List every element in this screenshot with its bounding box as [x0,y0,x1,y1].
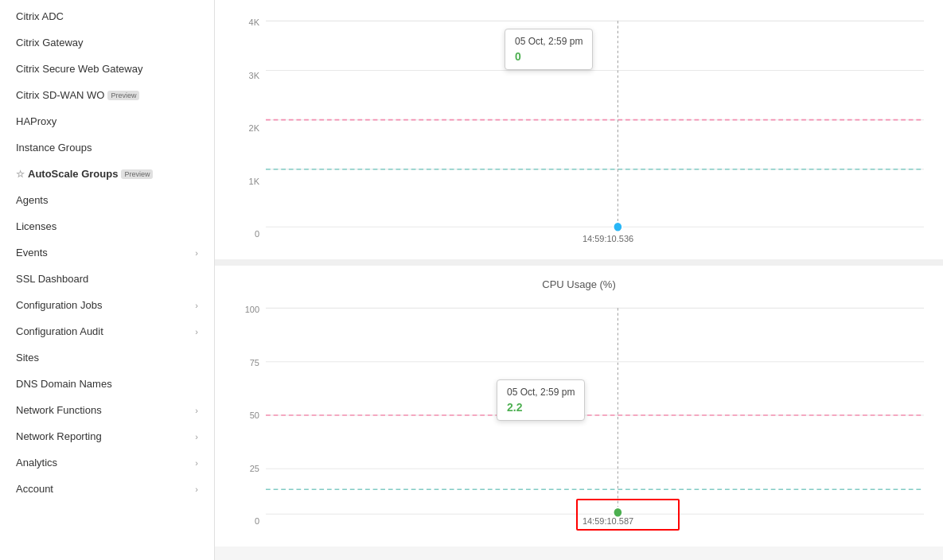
sidebar-item-configuration-jobs[interactable]: Configuration Jobs› [0,292,214,318]
y-label-50: 50 [250,410,259,420]
y-label-1k: 1K [249,177,259,186]
sidebar-item-label: Analytics [16,457,57,469]
y-label-75: 75 [250,358,259,368]
sidebar-item-label: SSL Dashboard [16,273,88,285]
sidebar-item-licenses[interactable]: Licenses [0,213,214,239]
sidebar-item-citrix-gateway[interactable]: Citrix Gateway [0,29,214,56]
sidebar-item-label: Citrix Gateway [16,37,84,49]
y-label-100: 100 [245,305,259,314]
y-label-2k: 2K [249,123,259,133]
chevron-right-icon: › [195,484,198,494]
sidebar-item-label: Citrix ADC [16,10,64,22]
sidebar: Citrix ADCCitrix GatewayCitrix Secure We… [0,0,215,560]
chevron-right-icon: › [195,458,198,468]
sidebar-item-citrix-adc[interactable]: Citrix ADC [0,3,214,29]
chart1-area: 4K 3K 2K 1K 0 05 Oct, 2:59 pm 0 14:59:10… [234,13,924,243]
main-content: 4K 3K 2K 1K 0 05 Oct, 2:59 pm 0 14:59:10… [215,0,943,560]
y-label-4k: 4K [249,18,259,27]
sidebar-item-citrix-sd-wan-wo[interactable]: Citrix SD-WAN WOPreview [0,82,214,108]
chart2-title: CPU Usage (%) [234,278,924,290]
sidebar-item-autoscale-groups[interactable]: ☆AutoScale GroupsPreview [0,161,214,187]
sidebar-item-label: Agents [16,194,48,206]
sidebar-item-label: HAProxy [16,115,57,127]
chart2-section: CPU Usage (%) 100 75 [215,266,943,546]
chart1-section: 4K 3K 2K 1K 0 05 Oct, 2:59 pm 0 14:59:10… [215,0,943,266]
sidebar-item-label: Sites [16,352,39,364]
chart2-svg [266,300,924,531]
sidebar-item-label: Configuration Audit [16,325,103,337]
sidebar-item-instance-groups[interactable]: Instance Groups [0,134,214,161]
preview-badge: Preview [107,91,139,100]
chart2-area: 100 75 50 25 0 05 Oct, 2:59 pm 2.2 14:59… [234,300,924,531]
chart1-svg [266,13,924,243]
preview-badge: Preview [121,169,153,179]
sidebar-item-dns-domain-names[interactable]: DNS Domain Names [0,371,214,397]
chevron-right-icon: › [195,301,198,310]
sidebar-item-citrix-secure-web-gateway[interactable]: Citrix Secure Web Gateway [0,56,214,82]
sidebar-item-label: Licenses [16,220,57,232]
sidebar-item-label: AutoScale Groups [28,168,118,180]
sidebar-item-sites[interactable]: Sites [0,344,214,371]
sidebar-item-network-reporting[interactable]: Network Reporting› [0,423,214,449]
chart1-timestamp: 14:59:10.536 [583,234,633,243]
chevron-right-icon: › [195,327,198,336]
sidebar-item-haproxy[interactable]: HAProxy [0,108,214,134]
sidebar-item-label: Configuration Jobs [16,299,102,311]
sidebar-item-ssl-dashboard[interactable]: SSL Dashboard [0,266,214,292]
star-icon: ☆ [16,169,25,180]
y-label-3k: 3K [249,71,259,80]
sidebar-item-network-functions[interactable]: Network Functions› [0,397,214,423]
chevron-right-icon: › [195,432,198,441]
sidebar-item-label: Events [16,247,48,259]
y-label-25: 25 [250,464,259,473]
sidebar-item-label: DNS Domain Names [16,378,112,390]
y-label-0b: 0 [255,516,259,526]
sidebar-item-agents[interactable]: Agents [0,187,214,213]
chevron-right-icon: › [195,406,198,415]
sidebar-item-configuration-audit[interactable]: Configuration Audit› [0,318,214,344]
sidebar-item-label: Account [16,483,53,495]
sidebar-item-account[interactable]: Account› [0,476,214,502]
chevron-right-icon: › [195,248,198,258]
sidebar-item-label: Network Functions [16,404,102,416]
sidebar-item-label: Instance Groups [16,142,92,154]
svg-point-8 [614,222,623,231]
sidebar-item-analytics[interactable]: Analytics› [0,449,214,476]
sidebar-item-label: Citrix SD-WAN WO [16,89,104,101]
sidebar-item-label: Network Reporting [16,430,102,442]
chart2-timestamp: 14:59:10.587 [583,516,633,526]
sidebar-item-events[interactable]: Events› [0,239,214,266]
y-label-0: 0 [255,229,259,239]
sidebar-item-label: Citrix Secure Web Gateway [16,63,142,75]
